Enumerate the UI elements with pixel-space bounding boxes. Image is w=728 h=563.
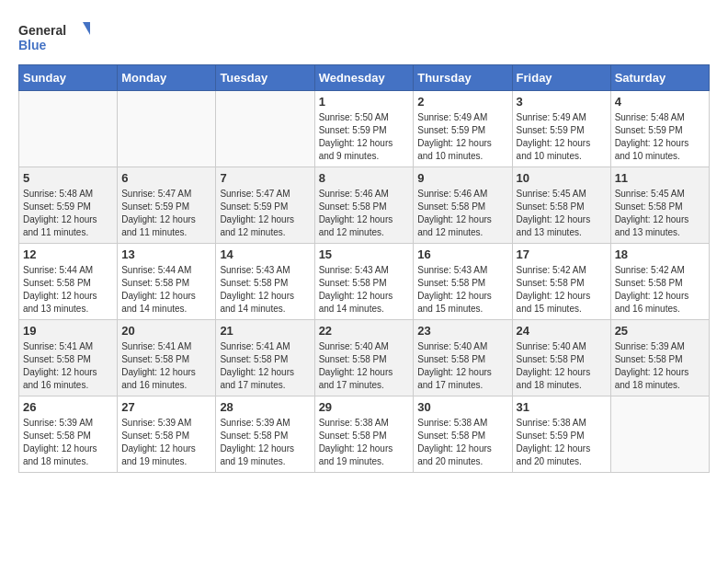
day-number: 29 [319, 400, 410, 414]
calendar-cell [118, 91, 216, 167]
day-info: Sunrise: 5:40 AM Sunset: 5:58 PM Dayligh… [517, 340, 607, 392]
day-info: Sunrise: 5:45 AM Sunset: 5:58 PM Dayligh… [615, 188, 705, 239]
calendar-cell: 21Sunrise: 5:41 AM Sunset: 5:58 PM Dayli… [216, 320, 314, 396]
calendar-cell: 14Sunrise: 5:43 AM Sunset: 5:58 PM Dayli… [216, 244, 314, 320]
day-info: Sunrise: 5:42 AM Sunset: 5:58 PM Dayligh… [517, 264, 607, 316]
day-number: 28 [220, 400, 310, 414]
day-number: 20 [121, 324, 211, 338]
page-header: General Blue [18, 18, 710, 55]
calendar-cell: 19Sunrise: 5:41 AM Sunset: 5:58 PM Dayli… [19, 320, 118, 396]
day-number: 4 [615, 95, 705, 109]
day-info: Sunrise: 5:40 AM Sunset: 5:58 PM Dayligh… [417, 340, 507, 392]
svg-marker-2 [83, 22, 90, 35]
calendar-cell: 7Sunrise: 5:47 AM Sunset: 5:59 PM Daylig… [216, 167, 314, 244]
calendar-cell: 13Sunrise: 5:44 AM Sunset: 5:58 PM Dayli… [118, 244, 216, 320]
day-info: Sunrise: 5:45 AM Sunset: 5:58 PM Dayligh… [517, 188, 607, 239]
calendar-cell [216, 91, 314, 167]
calendar-cell: 27Sunrise: 5:39 AM Sunset: 5:58 PM Dayli… [118, 396, 216, 473]
calendar-cell: 15Sunrise: 5:43 AM Sunset: 5:58 PM Dayli… [314, 244, 414, 320]
day-info: Sunrise: 5:44 AM Sunset: 5:58 PM Dayligh… [23, 264, 113, 316]
day-number: 23 [417, 324, 507, 338]
calendar-cell: 22Sunrise: 5:40 AM Sunset: 5:58 PM Dayli… [314, 320, 414, 396]
calendar-cell: 9Sunrise: 5:46 AM Sunset: 5:58 PM Daylig… [414, 167, 512, 244]
week-row-4: 26Sunrise: 5:39 AM Sunset: 5:58 PM Dayli… [19, 396, 710, 473]
day-number: 6 [121, 171, 211, 185]
svg-text:Blue: Blue [18, 38, 47, 52]
day-number: 31 [517, 400, 607, 414]
day-number: 25 [615, 324, 705, 338]
calendar-cell: 10Sunrise: 5:45 AM Sunset: 5:58 PM Dayli… [512, 167, 610, 244]
calendar-cell: 23Sunrise: 5:40 AM Sunset: 5:58 PM Dayli… [414, 320, 512, 396]
day-info: Sunrise: 5:41 AM Sunset: 5:58 PM Dayligh… [121, 340, 211, 392]
calendar-cell: 31Sunrise: 5:38 AM Sunset: 5:59 PM Dayli… [512, 396, 610, 473]
day-number: 15 [319, 247, 410, 261]
day-number: 5 [23, 171, 113, 185]
calendar-cell: 30Sunrise: 5:38 AM Sunset: 5:58 PM Dayli… [414, 396, 512, 473]
day-info: Sunrise: 5:38 AM Sunset: 5:58 PM Dayligh… [319, 417, 410, 468]
day-number: 8 [319, 171, 410, 185]
day-number: 12 [23, 247, 113, 261]
weekday-header-row: SundayMondayTuesdayWednesdayThursdayFrid… [19, 65, 710, 91]
day-number: 7 [220, 171, 310, 185]
day-info: Sunrise: 5:40 AM Sunset: 5:58 PM Dayligh… [319, 340, 410, 392]
calendar-cell: 4Sunrise: 5:48 AM Sunset: 5:59 PM Daylig… [610, 91, 709, 167]
calendar-cell: 5Sunrise: 5:48 AM Sunset: 5:59 PM Daylig… [19, 167, 118, 244]
day-info: Sunrise: 5:43 AM Sunset: 5:58 PM Dayligh… [319, 264, 410, 316]
day-number: 1 [319, 95, 410, 109]
day-number: 24 [517, 324, 607, 338]
day-number: 16 [417, 247, 507, 261]
calendar-cell: 1Sunrise: 5:50 AM Sunset: 5:59 PM Daylig… [314, 91, 414, 167]
calendar-cell: 2Sunrise: 5:49 AM Sunset: 5:59 PM Daylig… [414, 91, 512, 167]
day-info: Sunrise: 5:50 AM Sunset: 5:59 PM Dayligh… [319, 111, 410, 163]
day-info: Sunrise: 5:41 AM Sunset: 5:58 PM Dayligh… [220, 340, 310, 392]
weekday-header-thursday: Thursday [414, 65, 512, 91]
weekday-header-friday: Friday [512, 65, 610, 91]
day-info: Sunrise: 5:49 AM Sunset: 5:59 PM Dayligh… [517, 111, 607, 163]
calendar-cell [610, 396, 709, 473]
day-number: 14 [220, 247, 310, 261]
calendar-cell: 11Sunrise: 5:45 AM Sunset: 5:58 PM Dayli… [610, 167, 709, 244]
weekday-header-tuesday: Tuesday [216, 65, 314, 91]
weekday-header-monday: Monday [118, 65, 216, 91]
day-number: 17 [517, 247, 607, 261]
day-number: 3 [517, 95, 607, 109]
weekday-header-saturday: Saturday [610, 65, 709, 91]
day-info: Sunrise: 5:47 AM Sunset: 5:59 PM Dayligh… [121, 188, 211, 239]
day-info: Sunrise: 5:46 AM Sunset: 5:58 PM Dayligh… [319, 188, 410, 239]
day-number: 21 [220, 324, 310, 338]
day-info: Sunrise: 5:38 AM Sunset: 5:58 PM Dayligh… [417, 417, 507, 468]
weekday-header-sunday: Sunday [19, 65, 118, 91]
day-info: Sunrise: 5:43 AM Sunset: 5:58 PM Dayligh… [417, 264, 507, 316]
day-number: 30 [417, 400, 507, 414]
logo: General Blue [18, 18, 92, 55]
calendar-cell [19, 91, 118, 167]
calendar-cell: 12Sunrise: 5:44 AM Sunset: 5:58 PM Dayli… [19, 244, 118, 320]
week-row-3: 19Sunrise: 5:41 AM Sunset: 5:58 PM Dayli… [19, 320, 710, 396]
day-number: 27 [121, 400, 211, 414]
day-info: Sunrise: 5:39 AM Sunset: 5:58 PM Dayligh… [23, 417, 113, 468]
calendar-cell: 17Sunrise: 5:42 AM Sunset: 5:58 PM Dayli… [512, 244, 610, 320]
calendar-cell: 25Sunrise: 5:39 AM Sunset: 5:58 PM Dayli… [610, 320, 709, 396]
calendar-cell: 24Sunrise: 5:40 AM Sunset: 5:58 PM Dayli… [512, 320, 610, 396]
week-row-1: 5Sunrise: 5:48 AM Sunset: 5:59 PM Daylig… [19, 167, 710, 244]
day-info: Sunrise: 5:46 AM Sunset: 5:58 PM Dayligh… [417, 188, 507, 239]
day-number: 22 [319, 324, 410, 338]
calendar-cell: 26Sunrise: 5:39 AM Sunset: 5:58 PM Dayli… [19, 396, 118, 473]
day-number: 11 [615, 171, 705, 185]
calendar-cell: 18Sunrise: 5:42 AM Sunset: 5:58 PM Dayli… [610, 244, 709, 320]
calendar-cell: 3Sunrise: 5:49 AM Sunset: 5:59 PM Daylig… [512, 91, 610, 167]
weekday-header-wednesday: Wednesday [314, 65, 414, 91]
day-info: Sunrise: 5:49 AM Sunset: 5:59 PM Dayligh… [417, 111, 507, 163]
day-info: Sunrise: 5:44 AM Sunset: 5:58 PM Dayligh… [121, 264, 211, 316]
day-info: Sunrise: 5:48 AM Sunset: 5:59 PM Dayligh… [615, 111, 705, 163]
day-info: Sunrise: 5:39 AM Sunset: 5:58 PM Dayligh… [615, 340, 705, 392]
day-info: Sunrise: 5:39 AM Sunset: 5:58 PM Dayligh… [220, 417, 310, 468]
day-info: Sunrise: 5:39 AM Sunset: 5:58 PM Dayligh… [121, 417, 211, 468]
logo-svg: General Blue [18, 18, 92, 55]
week-row-2: 12Sunrise: 5:44 AM Sunset: 5:58 PM Dayli… [19, 244, 710, 320]
day-number: 2 [417, 95, 507, 109]
calendar-cell: 28Sunrise: 5:39 AM Sunset: 5:58 PM Dayli… [216, 396, 314, 473]
day-info: Sunrise: 5:41 AM Sunset: 5:58 PM Dayligh… [23, 340, 113, 392]
svg-text:General: General [18, 23, 66, 38]
day-number: 13 [121, 247, 211, 261]
